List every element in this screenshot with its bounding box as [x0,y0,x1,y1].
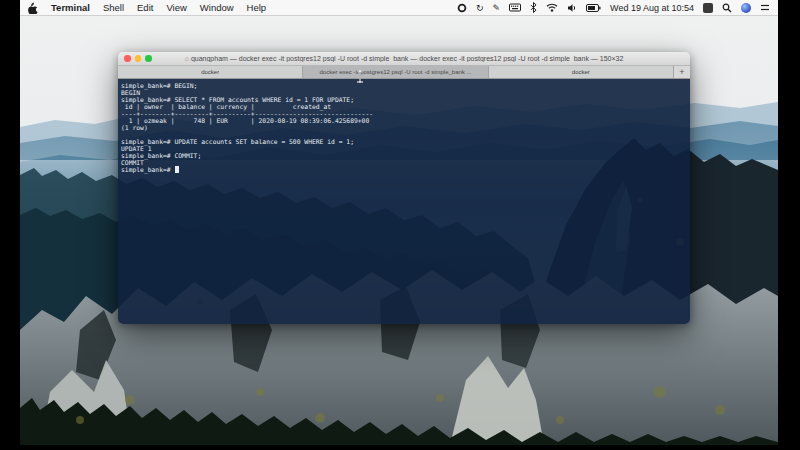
menu-item-help[interactable]: Help [247,2,267,13]
tab-docker-2[interactable]: docker [489,66,674,78]
sync-arrow-icon[interactable]: ↻ [476,2,484,14]
menu-item-window[interactable]: Window [200,2,234,13]
home-folder-icon: ⌂ [185,55,189,62]
record-ring-icon[interactable] [457,2,467,14]
spotlight-search-icon[interactable] [722,2,732,14]
desktop: Terminal Shell Edit View Window Help ↻ ✎ [0,0,800,450]
input-source-icon[interactable] [703,3,713,13]
siri-icon[interactable] [741,3,751,13]
new-tab-button[interactable]: + [674,66,690,78]
terminal-prompt: simple_bank=# [121,166,174,173]
terminal-prompt-line: simple_bank=# [121,166,687,173]
keyboard-icon[interactable] [509,2,521,14]
menu-bar-left: Terminal Shell Edit View Window Help [28,2,266,14]
menu-item-terminal[interactable]: Terminal [51,2,90,13]
menu-item-view[interactable]: View [166,2,186,13]
apple-menu-icon[interactable] [28,2,38,14]
menu-item-edit[interactable]: Edit [137,2,153,13]
pen-icon[interactable]: ✎ [493,2,501,14]
tab-docker-1[interactable]: docker [118,66,303,78]
tab-psql-session[interactable]: docker exec -it postgres12 psql -U root … [303,66,488,78]
terminal-output: simple_bank=# BEGIN; BEGIN simple_bank=#… [121,82,687,166]
menu-bar-status: ↻ ✎ Wed 19 Aug at 10:54 [457,2,770,14]
window-title: ⌂quangpham — docker exec -it postgres12 … [148,55,660,62]
terminal-window: ⌂quangpham — docker exec -it postgres12 … [118,52,690,324]
battery-icon[interactable] [586,2,601,14]
terminal-block-cursor [175,166,179,172]
bluetooth-icon[interactable] [530,2,537,14]
menu-item-shell[interactable]: Shell [103,2,124,13]
minimize-button[interactable] [135,55,142,62]
mouse-cursor-ibeam [356,69,364,87]
terminal-content[interactable]: simple_bank=# BEGIN; BEGIN simple_bank=#… [118,79,690,324]
wifi-icon[interactable] [546,2,558,14]
window-title-bar[interactable]: ⌂quangpham — docker exec -it postgres12 … [118,52,690,66]
notification-center-icon[interactable] [760,2,770,14]
menu-bar-clock[interactable]: Wed 19 Aug at 10:54 [610,3,694,13]
menu-bar: Terminal Shell Edit View Window Help ↻ ✎ [20,0,778,16]
tab-bar: docker docker exec -it postgres12 psql -… [118,66,690,79]
volume-icon[interactable] [567,2,577,14]
close-button[interactable] [124,55,131,62]
